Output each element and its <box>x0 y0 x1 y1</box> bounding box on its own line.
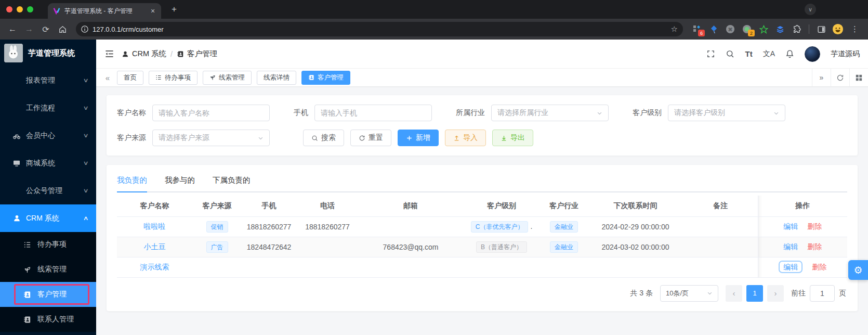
kite-extension-icon[interactable] <box>708 23 719 35</box>
add-button[interactable]: 新增 <box>398 130 439 146</box>
search-icon[interactable] <box>726 49 734 58</box>
profile-extension-icon[interactable]: 2 <box>741 23 753 35</box>
mobile-input[interactable] <box>321 109 426 117</box>
refresh-icon[interactable] <box>831 69 849 86</box>
page-buttons: ‹ 1 › <box>726 285 784 302</box>
sidebar-item-report[interactable]: 报表管理 ∨ <box>0 67 96 94</box>
edit-link[interactable]: 编辑 <box>783 222 798 230</box>
reload-button[interactable]: ⟳ <box>38 22 53 36</box>
import-button[interactable]: 导入 <box>445 130 486 146</box>
customer-name-link[interactable]: 啦啦啦 <box>144 222 166 230</box>
font-size-icon[interactable]: Tt <box>745 49 752 58</box>
bell-icon[interactable] <box>785 49 794 58</box>
minimize-window-button[interactable] <box>17 6 23 12</box>
sidebar-item-member[interactable]: 会员中心 ∨ <box>0 122 96 149</box>
next-page-button[interactable]: › <box>767 285 784 302</box>
zoom-window-button[interactable] <box>27 6 33 12</box>
edit-link[interactable]: 编辑 <box>779 261 803 273</box>
customer-name-link[interactable]: 小土豆 <box>144 242 166 251</box>
page-number-button[interactable]: 1 <box>746 285 763 302</box>
breadcrumb-customer[interactable]: 客户管理 <box>177 49 217 59</box>
contact-card-icon <box>23 316 31 324</box>
chevron-down-icon: ∨ <box>83 187 88 194</box>
goto-page-input[interactable] <box>810 285 835 302</box>
delete-link[interactable]: 删除 <box>807 222 822 230</box>
export-button[interactable]: 导出 <box>492 130 533 146</box>
sidebar-item-crm[interactable]: CRM 系统 ∧ <box>0 204 96 232</box>
scroll-left-icon[interactable]: « <box>101 73 114 82</box>
fullscreen-icon[interactable] <box>706 49 715 58</box>
user-name[interactable]: 芋道源码 <box>831 49 860 59</box>
gear-icon: ⚙ <box>853 264 862 276</box>
delete-link[interactable]: 删除 <box>812 263 826 271</box>
scroll-right-icon[interactable]: » <box>812 69 831 86</box>
todo-list-icon <box>23 241 31 249</box>
adblock-extension-icon[interactable]: 6 <box>691 23 703 35</box>
customer-name-input[interactable] <box>159 109 264 117</box>
tab-my-participated[interactable]: 我参与的 <box>165 172 195 191</box>
tab-my-responsible[interactable]: 我负责的 <box>117 172 147 191</box>
tab-clue[interactable]: 线索管理 <box>203 71 252 85</box>
puzzle-extensions-icon[interactable] <box>791 23 803 35</box>
user-icon <box>122 50 129 58</box>
site-info-icon[interactable] <box>81 25 88 33</box>
url-bar[interactable]: 127.0.0.1/crm/customer ☆ <box>76 22 683 36</box>
industry-select[interactable]: 请选择所属行业 <box>491 105 609 121</box>
edit-link[interactable]: 编辑 <box>783 242 798 251</box>
prev-page-button[interactable]: ‹ <box>726 285 742 302</box>
tab-search-button[interactable]: ∨ <box>805 4 816 15</box>
url-text[interactable]: 127.0.0.1/crm/customer <box>93 25 667 33</box>
tag-chips: 首页 待办事项 线索管理 线索详 <box>117 71 812 85</box>
tab-home[interactable]: 首页 <box>117 71 143 85</box>
app-logo[interactable]: 芋道管理系统 <box>0 40 96 67</box>
scope-tabs: 我负责的 我参与的 下属负责的 <box>117 172 847 192</box>
sidebar-item-todo[interactable]: 待办事项 <box>0 232 96 257</box>
sidebar-item-wechat[interactable]: 公众号管理 ∨ <box>0 177 96 204</box>
browser-profile-avatar[interactable] <box>832 23 844 35</box>
layout-grid-icon[interactable] <box>849 69 868 86</box>
home-button[interactable] <box>55 22 70 36</box>
close-window-button[interactable] <box>6 6 12 12</box>
collapse-sidebar-icon[interactable] <box>104 49 114 59</box>
delete-link[interactable]: 删除 <box>807 242 822 251</box>
page-size-select[interactable]: 10条/页 <box>660 285 718 302</box>
bookmark-star-icon[interactable]: ☆ <box>671 24 678 34</box>
monitor-icon <box>12 159 21 168</box>
tab-subordinate[interactable]: 下属负责的 <box>213 172 251 191</box>
back-button[interactable]: ← <box>5 22 20 36</box>
sidebar-item-customer[interactable]: 客户管理 <box>0 282 96 307</box>
side-panel-icon[interactable] <box>816 23 827 35</box>
browser-menu-icon[interactable]: ⋮ <box>849 24 861 34</box>
layers-extension-icon[interactable] <box>774 23 786 35</box>
tab-todo[interactable]: 待办事项 <box>149 71 198 85</box>
settings-gear-button[interactable]: ⚙ <box>848 260 868 280</box>
header-actions: Tt 文A 芋道源码 <box>706 46 860 62</box>
window-controls[interactable] <box>0 6 41 12</box>
tab-clue-detail[interactable]: 线索详情 <box>257 71 296 85</box>
table-row: 小土豆 广告 18248472642 768423@qq.com B（普通客户）… <box>117 237 847 257</box>
new-tab-button[interactable]: + <box>167 3 181 16</box>
tab-customer[interactable]: 客户管理 <box>301 71 350 85</box>
customer-name-link[interactable]: 演示线索 <box>140 263 169 271</box>
breadcrumb-crm[interactable]: CRM 系统 <box>122 49 166 59</box>
browser-tab[interactable]: 芋道管理系统 - 客户管理 × <box>48 3 161 19</box>
user-avatar[interactable] <box>805 46 820 62</box>
sidebar-item-workflow[interactable]: 工作流程 ∨ <box>0 94 96 122</box>
sidebar-item-contact[interactable]: 联系人管理 <box>0 307 96 332</box>
search-button[interactable]: 搜索 <box>303 130 344 146</box>
language-icon[interactable]: 文A <box>763 49 775 59</box>
command-extension-icon[interactable]: ⌘ <box>725 23 736 35</box>
chevron-down-icon <box>258 135 264 141</box>
sidebar-item-mall[interactable]: 商城系统 ∨ <box>0 149 96 177</box>
source-tag: 广告 <box>206 241 228 253</box>
reset-button[interactable]: 重置 <box>350 130 391 146</box>
star-extension-icon[interactable] <box>758 23 769 35</box>
level-tag: C（非优先客户） <box>471 221 529 233</box>
sidebar-item-clue[interactable]: 线索管理 <box>0 257 96 282</box>
forward-button[interactable]: → <box>22 22 36 36</box>
tab-close-icon[interactable]: × <box>149 7 157 15</box>
source-select[interactable]: 请选择客户来源 <box>152 130 270 146</box>
level-select[interactable]: 请选择客户级别 <box>668 105 785 121</box>
breadcrumb: CRM 系统 / 客户管理 <box>122 49 217 59</box>
field-customer-name: 客户名称 <box>117 105 270 121</box>
